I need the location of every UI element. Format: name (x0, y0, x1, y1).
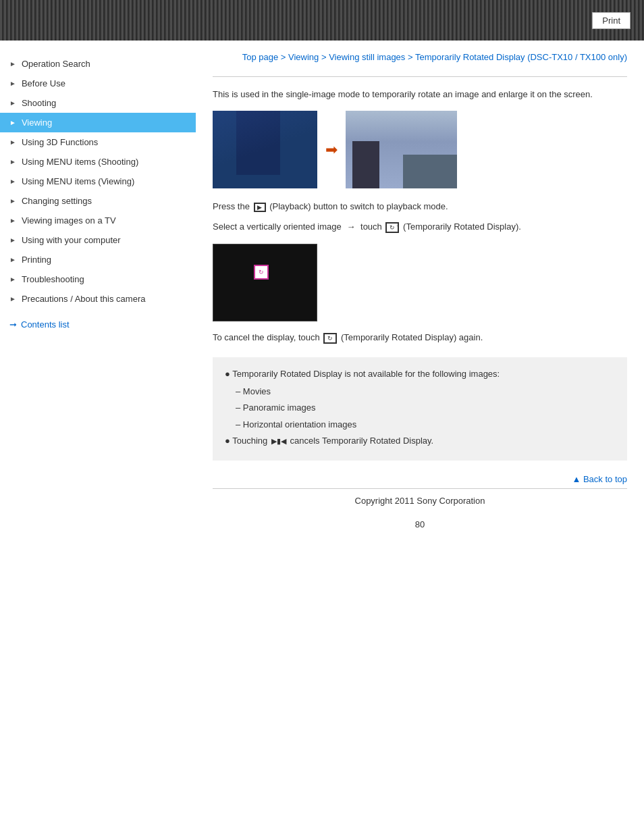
arrow-icon: ► (9, 236, 16, 244)
sidebar-item-troubleshooting[interactable]: ► Troubleshooting (0, 269, 196, 289)
sidebar-item-label: Shooting (22, 98, 56, 108)
sidebar-item-precautions[interactable]: ► Precautions / About this camera (0, 289, 196, 309)
print-button[interactable]: Print (592, 12, 630, 29)
rotated-icon: ↻ (254, 265, 269, 280)
sidebar-item-menu-shooting[interactable]: ► Using MENU items (Shooting) (0, 152, 196, 172)
contents-list-link[interactable]: ➞ Contents list (0, 313, 196, 336)
note-sub-panoramic: Panoramic images (225, 400, 615, 415)
breadcrumb-top[interactable]: Top page (242, 52, 279, 62)
arrow-icon: ► (9, 217, 16, 224)
arrow-icon: ► (9, 295, 16, 303)
sidebar-item-operation-search[interactable]: ► Operation Search (0, 54, 196, 74)
sidebar-item-shooting[interactable]: ► Shooting (0, 93, 196, 113)
sidebar-item-label: Before Use (22, 78, 65, 88)
note-sub-movies: Movies (225, 384, 615, 399)
back-to-top-link[interactable]: Back to top (572, 474, 627, 484)
breadcrumb-viewing[interactable]: Viewing (288, 52, 319, 62)
instruction2-text: Select a vertically oriented image (213, 221, 342, 232)
sidebar-item-before-use[interactable]: ► Before Use (0, 74, 196, 93)
instruction-playback: Press the ▶ (Playback) button to switch … (213, 199, 627, 214)
sidebar-item-viewing[interactable]: ► Viewing (0, 113, 196, 132)
page-divider (213, 76, 627, 77)
before-image (213, 111, 317, 188)
breadcrumb-still-images[interactable]: Viewing still images (329, 52, 405, 62)
note-item2-suffix: cancels Temporarily Rotated Display. (290, 436, 434, 446)
rotated-display-icon: ↻+ (385, 222, 399, 233)
contents-arrow-icon: ➞ (9, 319, 17, 330)
sidebar-item-3d-functions[interactable]: ► Using 3D Functions (0, 132, 196, 152)
sidebar-item-viewing-tv[interactable]: ► Viewing images on a TV (0, 211, 196, 230)
instruction1b-text: (Playback) button to switch to playback … (269, 201, 448, 211)
sidebar-item-printing[interactable]: ► Printing (0, 250, 196, 269)
sidebar-item-label: Viewing (22, 118, 52, 128)
instruction-select: Select a vertically oriented image → tou… (213, 219, 627, 234)
contents-list-label: Contents list (21, 319, 70, 330)
sidebar-item-label: Operation Search (22, 59, 90, 69)
arrow-icon: ► (9, 80, 16, 87)
instruction1-text: Press the (213, 201, 250, 211)
content-area: Top page > Viewing > Viewing still image… (196, 41, 644, 716)
arrow-icon: ► (9, 158, 16, 165)
arrow-icon: ► (9, 138, 16, 146)
arrow-icon: ► (9, 276, 16, 283)
sidebar-item-menu-viewing[interactable]: ► Using MENU items (Viewing) (0, 172, 196, 191)
touching-icon: ▶▮◀ (271, 437, 286, 445)
sidebar-item-label: Using 3D Functions (22, 137, 98, 147)
cancel-text: To cancel the display, touch ↻ (Temporar… (213, 331, 627, 345)
breadcrumb-current: Temporarily Rotated Display (DSC-TX10 / … (415, 52, 627, 62)
arrow-icon: ► (9, 99, 16, 107)
sidebar-item-label: Using with your computer (22, 235, 121, 245)
sidebar-item-label: Troubleshooting (22, 274, 84, 284)
arrow-then: → (346, 221, 355, 232)
transition-arrow-icon: ➡ (325, 141, 338, 159)
sidebar-item-label: Precautions / About this camera (22, 294, 146, 304)
main-layout: ► Operation Search ► Before Use ► Shooti… (0, 41, 644, 716)
footer-divider (213, 488, 627, 489)
after-image (346, 111, 457, 188)
sidebar-item-label: Using MENU items (Shooting) (22, 157, 138, 167)
sidebar-item-label: Printing (22, 255, 51, 265)
second-image: ↻ (213, 244, 317, 321)
copyright-text: Copyright 2011 Sony Corporation (213, 496, 627, 506)
arrow-icon: ► (9, 60, 16, 68)
playback-icon: ▶ (254, 203, 266, 212)
touch-text: touch (360, 221, 382, 232)
cancel-icon: ↻ (323, 333, 337, 344)
note-item2-prefix: Touching (232, 436, 267, 446)
sidebar: ► Operation Search ► Before Use ► Shooti… (0, 41, 196, 716)
arrow-icon: ► (9, 256, 16, 263)
cancel-prefix: To cancel the display, touch (213, 332, 320, 342)
page-number: 80 (213, 519, 627, 529)
note-box: Temporarily Rotated Display is not avail… (213, 357, 627, 460)
sidebar-item-label: Viewing images on a TV (22, 215, 116, 226)
sidebar-item-label: Using MENU items (Viewing) (22, 176, 134, 186)
note-sub-horizontal: Horizontal orientation images (225, 417, 615, 432)
note-item-1: Temporarily Rotated Display is not avail… (225, 367, 615, 382)
intro-text: This is used in the single-image mode to… (213, 88, 627, 102)
instruction2c-text: (Temporarily Rotated Display). (403, 221, 521, 232)
sidebar-item-changing-settings[interactable]: ► Changing settings (0, 191, 196, 211)
arrow-icon: ► (9, 197, 16, 205)
header-bar: Print (0, 0, 644, 41)
sidebar-item-computer[interactable]: ► Using with your computer (0, 230, 196, 250)
breadcrumb: Top page > Viewing > Viewing still image… (213, 51, 627, 64)
back-to-top-row: Back to top (213, 474, 627, 484)
arrow-icon: ► (9, 119, 16, 126)
cancel-suffix: (Temporarily Rotated Display) again. (341, 332, 483, 342)
image2-container: ↻ (213, 244, 627, 321)
images-row: ➡ (213, 111, 627, 188)
arrow-icon: ► (9, 178, 16, 185)
sidebar-item-label: Changing settings (22, 196, 92, 206)
note-item-2: Touching ▶▮◀ cancels Temporarily Rotated… (225, 434, 615, 448)
